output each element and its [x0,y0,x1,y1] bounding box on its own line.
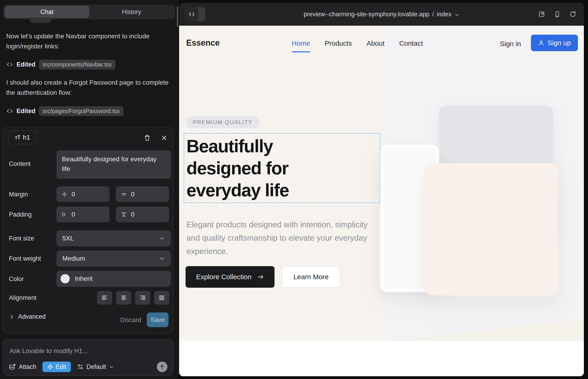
font-weight-label: Font weight [9,255,41,262]
horizontal-padding-icon [62,211,67,218]
edited-file-chip[interactable]: src/components/Navbar.tsx [39,60,116,69]
arrow-right-icon [257,273,264,280]
discard-button[interactable]: Discard [119,313,143,327]
align-justify-button[interactable] [154,291,169,305]
edited-file-chip[interactable]: src/pages/ForgotPassword.tsx [39,106,123,116]
user-icon [538,40,544,46]
refresh-button[interactable] [569,11,576,18]
element-editor-panel: тT h1 Content Beautifully designed for e… [3,127,173,333]
mobile-view-button[interactable] [554,11,561,18]
font-weight-select[interactable]: Medium [56,251,171,267]
premium-quality-badge: PREMIUM QUALITY [186,116,260,128]
preview-window: preview--charming-site-symphony.lovable.… [179,3,584,376]
edit-mode-button[interactable]: Edit [42,362,71,372]
explore-collection-label: Explore Collection [196,273,252,281]
edited-label: Edited [16,61,35,68]
chat-scrollbar[interactable] [177,6,178,27]
align-right-icon [139,294,146,301]
hero-cta-row: Explore Collection Learn More [186,266,340,288]
typography-icon: тT [15,134,20,141]
chat-composer: Ask Lovable to modify H1... Attach Edit … [3,339,173,376]
padding-horizontal-input[interactable]: 0 [56,206,110,222]
content-label: Content [9,160,31,168]
chevron-down-icon [454,12,459,17]
sign-up-button[interactable]: Sign up [531,35,578,51]
preview-chrome-bar: preview--charming-site-symphony.lovable.… [179,3,584,26]
model-selector[interactable]: Default [77,363,114,371]
align-center-button[interactable] [116,291,131,305]
margin-vertical-input[interactable]: 0 [116,186,169,202]
margin-horizontal-input[interactable]: 0 [56,186,110,202]
save-button[interactable]: Save [147,313,169,327]
margin-label: Margin [9,191,28,198]
font-size-value: 5XL [62,235,74,242]
edited-label: Edited [16,108,35,115]
vertical-padding-icon [121,211,127,218]
vertical-margin-icon [121,191,127,197]
scrolled-button-remnant [29,17,51,23]
align-center-icon [120,294,127,301]
next-section-background [179,341,584,376]
color-select[interactable]: Inherit [56,271,171,287]
alignment-button-group [97,291,169,305]
chat-input[interactable]: Ask Lovable to modify H1... [10,347,88,355]
close-icon [161,134,168,141]
edited-file-row: Edited src/components/Navbar.tsx [6,59,115,70]
delete-element-button[interactable] [142,133,152,143]
url-host: preview--charming-site-symphony.lovable.… [304,11,430,18]
lovable-sidebar: Chat History Now let's update the Navbar… [0,0,179,379]
advanced-toggle[interactable]: Advanced [9,313,46,320]
padding-horizontal-value: 0 [72,211,75,218]
align-justify-icon [158,294,165,301]
mobile-icon [554,11,561,18]
explore-collection-button[interactable]: Explore Collection [186,266,275,288]
url-page: index [437,11,451,18]
close-editor-button[interactable] [159,133,169,143]
attach-button[interactable]: Attach [9,363,36,371]
target-icon [47,364,53,370]
padding-label: Padding [9,211,32,218]
sign-in-link[interactable]: Sign in [500,40,521,48]
open-external-button[interactable] [538,11,545,18]
hero-heading[interactable]: Beautifully designed for everyday life [186,135,329,201]
tab-history[interactable]: History [89,6,174,18]
arrow-up-icon [159,364,165,370]
edited-file-row: Edited src/pages/ForgotPassword.tsx [6,106,123,116]
element-tag-label: h1 [23,134,30,141]
horizontal-margin-icon [62,191,67,197]
padding-vertical-input[interactable]: 0 [116,206,169,222]
site-canvas: Essence Home Products About Contact Sign… [179,26,584,376]
nav-contact[interactable]: Contact [399,39,423,47]
edit-label: Edit [56,363,66,371]
chat-message: Now let's update the Navbar component to… [6,31,170,51]
padding-vertical-value: 0 [131,211,135,218]
chat-history-tabs: Chat History [3,5,175,19]
hero-description: Elegant products designed with intention… [186,218,368,258]
composer-toolbar: Attach Edit Default [9,362,167,372]
code-icon [6,61,13,68]
site-logo[interactable]: Essence [186,38,220,48]
refresh-icon [569,11,576,18]
chevron-right-icon [9,314,15,320]
preview-actions [538,3,576,26]
chevron-down-icon [159,235,165,241]
align-left-button[interactable] [97,291,112,305]
color-value: Inherit [75,275,93,283]
preview-url[interactable]: preview--charming-site-symphony.lovable.… [179,3,584,26]
nav-home[interactable]: Home [292,39,310,47]
alignment-label: Alignment [9,294,36,301]
default-label: Default [86,363,106,371]
chevron-down-icon [159,255,165,262]
send-button[interactable] [157,362,167,372]
sign-up-label: Sign up [548,39,571,47]
learn-more-button[interactable]: Learn More [282,266,340,288]
nav-about[interactable]: About [367,39,384,47]
font-size-select[interactable]: 5XL [56,230,171,246]
nav-products[interactable]: Products [325,39,352,47]
image-plus-icon [9,363,16,371]
tab-chat[interactable]: Chat [5,6,89,18]
content-input[interactable]: Beautifully designed for everyday life [56,150,171,179]
external-link-icon [538,11,545,18]
align-right-button[interactable] [135,291,150,305]
margin-vertical-value: 0 [131,191,135,198]
